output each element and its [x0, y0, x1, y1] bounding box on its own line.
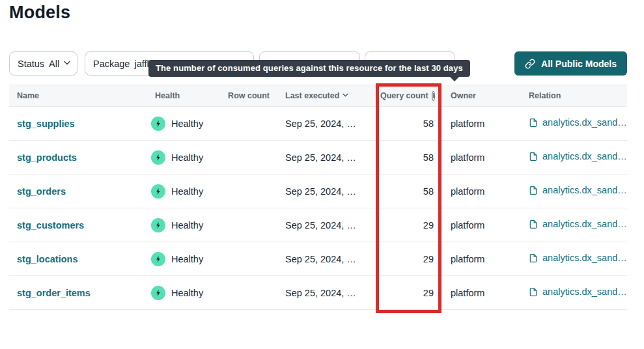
- status-filter-label: Status: [18, 59, 44, 69]
- model-name-link[interactable]: stg_products: [17, 152, 77, 163]
- health-label: Healthy: [171, 186, 203, 197]
- health-cell: Healthy: [147, 218, 232, 232]
- table-row: stg_customers Healthy Sep 25, 2024, … 29…: [9, 208, 627, 242]
- relation-label: analytics.dx_sand…: [542, 117, 627, 128]
- sort-chevron-down-icon: [343, 93, 348, 99]
- model-name-link[interactable]: stg_supplies: [17, 119, 75, 129]
- relation-cell: analytics.dx_sand…: [521, 253, 627, 265]
- owner-cell: platform: [443, 119, 521, 129]
- column-header-health: Health: [147, 91, 232, 100]
- health-label: Healthy: [171, 288, 203, 298]
- table-header-row: Name Health Row count Last executed Quer…: [9, 85, 627, 107]
- file-icon: [529, 287, 538, 297]
- models-page: Models Status All Package jaffle_ A: [0, 0, 644, 349]
- table-row: stg_locations Healthy Sep 25, 2024, … 29…: [9, 242, 627, 276]
- relation-cell: analytics.dx_sand…: [521, 286, 627, 299]
- link-icon: [525, 59, 535, 69]
- relation-label: analytics.dx_sand…: [542, 286, 627, 297]
- health-cell: Healthy: [147, 117, 232, 131]
- chevron-down-icon: [64, 61, 70, 66]
- relation-link[interactable]: analytics.dx_sand…: [529, 219, 627, 229]
- tooltip-text: The number of consumed queries against t…: [156, 63, 463, 73]
- package-filter-label: Package: [93, 59, 130, 69]
- relation-link[interactable]: analytics.dx_sand…: [529, 185, 627, 195]
- health-label: Healthy: [171, 220, 203, 230]
- table-row: stg_orders Healthy Sep 25, 2024, … 58 pl…: [9, 174, 627, 208]
- models-table: Name Health Row count Last executed Quer…: [9, 85, 627, 310]
- health-cell: Healthy: [147, 252, 232, 266]
- health-cell: Healthy: [147, 184, 232, 199]
- owner-cell: platform: [443, 220, 521, 230]
- table-row: stg_order_items Healthy Sep 25, 2024, … …: [9, 276, 627, 310]
- table-row: stg_products Healthy Sep 25, 2024, … 58 …: [9, 141, 627, 174]
- owner-cell: platform: [443, 152, 521, 163]
- health-label: Healthy: [171, 119, 203, 129]
- query-count-tooltip: The number of consumed queries against t…: [148, 60, 470, 77]
- name-cell: stg_supplies: [9, 119, 147, 129]
- healthy-bolt-icon: [151, 218, 165, 232]
- relation-label: analytics.dx_sand…: [542, 253, 627, 263]
- query-count-cell: 29: [372, 220, 443, 230]
- last-executed-cell: Sep 25, 2024, …: [277, 220, 372, 230]
- model-name-link[interactable]: stg_orders: [17, 186, 66, 197]
- relation-label: analytics.dx_sand…: [542, 151, 627, 161]
- relation-cell: analytics.dx_sand…: [521, 185, 627, 197]
- column-header-owner: Owner: [443, 91, 521, 100]
- healthy-bolt-icon: [151, 117, 165, 131]
- status-filter-value: All: [49, 59, 59, 69]
- status-filter-dropdown[interactable]: Status All: [9, 51, 77, 76]
- model-name-link[interactable]: stg_order_items: [17, 288, 91, 298]
- file-icon: [529, 253, 538, 263]
- last-executed-cell: Sep 25, 2024, …: [277, 119, 372, 129]
- table-body: stg_supplies Healthy Sep 25, 2024, … 58 …: [9, 107, 627, 310]
- healthy-bolt-icon: [151, 252, 165, 266]
- healthy-bolt-icon: [151, 286, 165, 300]
- column-header-relation: Relation: [521, 91, 627, 100]
- relation-link[interactable]: analytics.dx_sand…: [529, 151, 627, 161]
- name-cell: stg_products: [9, 152, 147, 163]
- query-count-cell: 29: [372, 254, 443, 264]
- tooltip-arrow: [449, 76, 460, 81]
- health-label: Healthy: [171, 254, 203, 264]
- relation-label: analytics.dx_sand…: [542, 219, 627, 229]
- healthy-bolt-icon: [151, 150, 165, 165]
- owner-cell: platform: [443, 254, 521, 264]
- query-count-cell: 29: [372, 288, 443, 298]
- name-cell: stg_locations: [9, 254, 147, 264]
- table-row: stg_supplies Healthy Sep 25, 2024, … 58 …: [9, 107, 627, 141]
- relation-link[interactable]: analytics.dx_sand…: [529, 117, 627, 128]
- health-cell: Healthy: [147, 286, 232, 300]
- model-name-link[interactable]: stg_locations: [17, 254, 77, 264]
- column-header-query-count[interactable]: Query count i: [372, 91, 443, 101]
- relation-link[interactable]: analytics.dx_sand…: [529, 253, 627, 263]
- health-label: Healthy: [171, 152, 203, 163]
- owner-cell: platform: [443, 288, 521, 298]
- query-count-cell: 58: [372, 152, 443, 163]
- column-header-name: Name: [9, 91, 147, 100]
- file-icon: [529, 219, 538, 229]
- last-executed-cell: Sep 25, 2024, …: [277, 254, 372, 264]
- file-icon: [529, 152, 538, 161]
- all-public-models-button[interactable]: All Public Models: [514, 51, 627, 76]
- all-public-models-label: All Public Models: [541, 59, 617, 69]
- name-cell: stg_order_items: [9, 288, 147, 298]
- name-cell: stg_customers: [9, 220, 147, 230]
- relation-cell: analytics.dx_sand…: [521, 117, 627, 130]
- column-header-last-executed[interactable]: Last executed: [277, 91, 372, 100]
- owner-cell: platform: [443, 186, 521, 197]
- info-icon[interactable]: i: [432, 91, 435, 101]
- file-icon: [529, 118, 538, 128]
- file-icon: [529, 186, 538, 195]
- health-cell: Healthy: [147, 150, 232, 165]
- relation-link[interactable]: analytics.dx_sand…: [529, 286, 627, 297]
- query-count-cell: 58: [372, 186, 443, 197]
- healthy-bolt-icon: [151, 184, 165, 199]
- relation-label: analytics.dx_sand…: [542, 185, 627, 195]
- relation-cell: analytics.dx_sand…: [521, 151, 627, 163]
- last-executed-cell: Sep 25, 2024, …: [277, 186, 372, 197]
- relation-cell: analytics.dx_sand…: [521, 219, 627, 231]
- last-executed-cell: Sep 25, 2024, …: [277, 152, 372, 163]
- query-count-cell: 58: [372, 119, 443, 129]
- page-title: Models: [9, 3, 70, 23]
- model-name-link[interactable]: stg_customers: [17, 220, 84, 230]
